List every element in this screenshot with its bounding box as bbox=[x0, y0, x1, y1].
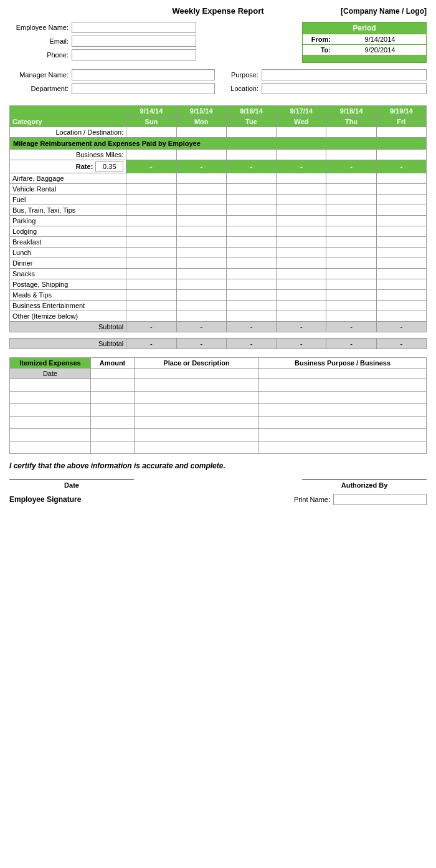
table-row: Other (Itemize below) bbox=[10, 311, 427, 322]
subtotal-label-1: Subtotal bbox=[10, 322, 126, 332]
email-label: Email: bbox=[9, 37, 72, 45]
location-input[interactable] bbox=[262, 83, 427, 94]
manager-name-input[interactable] bbox=[72, 69, 215, 80]
category-dinner: Dinner bbox=[10, 258, 126, 269]
list-item bbox=[10, 429, 427, 441]
print-name-input[interactable] bbox=[333, 494, 427, 505]
category-parking: Parking bbox=[10, 216, 126, 226]
table-row: Fuel bbox=[10, 195, 427, 205]
category-postage: Postage, Shipping bbox=[10, 279, 126, 290]
purpose-input[interactable] bbox=[262, 69, 427, 80]
page-title: Weekly Expense Report bbox=[121, 6, 315, 16]
category-airfare: Airfare, Baggage bbox=[10, 173, 126, 184]
category-other: Other (Itemize below) bbox=[10, 311, 126, 322]
location-destination-label: Location / Destination: bbox=[10, 127, 126, 138]
date-column-label: Date bbox=[10, 369, 91, 379]
phone-label: Phone: bbox=[9, 51, 72, 59]
table-row: Breakfast bbox=[10, 237, 427, 248]
email-input[interactable] bbox=[72, 36, 196, 47]
rate-mon: - bbox=[176, 160, 226, 173]
location-tue[interactable] bbox=[226, 127, 276, 138]
table-row: Snacks bbox=[10, 269, 427, 279]
rate-input[interactable] bbox=[95, 162, 123, 171]
company-name: [Company Name / Logo] bbox=[315, 7, 427, 16]
category-biz-entertainment: Business Entertainment bbox=[10, 301, 126, 311]
date-mon: 9/15/14 bbox=[176, 106, 226, 117]
phone-input[interactable] bbox=[72, 49, 196, 60]
date-wed: 9/17/14 bbox=[277, 106, 326, 117]
business-miles-mon[interactable] bbox=[176, 150, 226, 160]
business-miles-thu[interactable] bbox=[326, 150, 376, 160]
category-bus: Bus, Train, Taxi, Tips bbox=[10, 205, 126, 216]
category-snacks: Snacks bbox=[10, 269, 126, 279]
category-header: Category bbox=[10, 106, 126, 127]
period-from-label: From: bbox=[303, 34, 334, 44]
period-from-value: 9/14/2014 bbox=[334, 34, 426, 44]
employee-name-label: Employee Name: bbox=[9, 24, 72, 31]
location-mon[interactable] bbox=[176, 127, 226, 138]
location-wed[interactable] bbox=[277, 127, 326, 138]
table-row: Lunch bbox=[10, 248, 427, 258]
date-tue: 9/16/14 bbox=[226, 106, 276, 117]
subtotal-fri-2: - bbox=[376, 339, 426, 349]
employee-signature-label: Employee Signature bbox=[9, 495, 81, 504]
place-header: Place or Description bbox=[135, 358, 259, 369]
business-miles-wed[interactable] bbox=[277, 150, 326, 160]
subtotal-thu-1: - bbox=[326, 322, 376, 332]
authorized-sig-line bbox=[302, 480, 427, 480]
category-fuel: Fuel bbox=[10, 195, 126, 205]
location-thu[interactable] bbox=[326, 127, 376, 138]
date-sig-line bbox=[9, 480, 134, 480]
business-miles-fri[interactable] bbox=[376, 150, 426, 160]
table-row: Meals & Tips bbox=[10, 290, 427, 301]
day-thu: Thu bbox=[326, 117, 376, 127]
subtotal-label-2: Subtotal bbox=[10, 339, 126, 349]
table-row: Dinner bbox=[10, 258, 427, 269]
purpose-label: Purpose: bbox=[221, 71, 262, 79]
table-row: Business Entertainment bbox=[10, 301, 427, 311]
subtotal-mon-2: - bbox=[176, 339, 226, 349]
location-fri[interactable] bbox=[376, 127, 426, 138]
location-sun[interactable] bbox=[126, 127, 176, 138]
subtotal-sun-1: - bbox=[126, 322, 176, 332]
day-fri: Fri bbox=[376, 117, 426, 127]
rate-thu: - bbox=[326, 160, 376, 173]
period-to-value: 9/20/2014 bbox=[334, 45, 426, 55]
period-header: Period bbox=[303, 22, 426, 34]
rate-label: Rate: bbox=[76, 163, 93, 170]
table-row: Vehicle Rental bbox=[10, 184, 427, 195]
category-lodging: Lodging bbox=[10, 226, 126, 237]
mileage-section-header: Mileage Reimbursement and Expenses Paid … bbox=[10, 138, 427, 150]
location-label: Location: bbox=[221, 85, 262, 92]
table-row: Postage, Shipping bbox=[10, 279, 427, 290]
business-miles-tue[interactable] bbox=[226, 150, 276, 160]
business-miles-label: Business Miles: bbox=[10, 150, 126, 160]
department-label: Department: bbox=[9, 85, 72, 92]
amount-header: Amount bbox=[91, 358, 135, 369]
rate-sun: - bbox=[126, 160, 176, 173]
day-wed: Wed bbox=[277, 117, 326, 127]
rate-tue: - bbox=[226, 160, 276, 173]
list-item bbox=[10, 417, 427, 429]
day-tue: Tue bbox=[226, 117, 276, 127]
subtotal-wed-1: - bbox=[277, 322, 326, 332]
authorized-sig-label: Authorized By bbox=[302, 481, 427, 489]
print-name-label: Print Name: bbox=[294, 496, 330, 503]
table-row: Lodging bbox=[10, 226, 427, 237]
category-lunch: Lunch bbox=[10, 248, 126, 258]
list-item bbox=[10, 379, 427, 392]
day-sun: Sun bbox=[126, 117, 176, 127]
period-to-label: To: bbox=[303, 45, 334, 55]
table-row: Airfare, Baggage bbox=[10, 173, 427, 184]
itemized-header: Itemized Expenses bbox=[10, 358, 91, 369]
department-input[interactable] bbox=[72, 83, 215, 94]
table-row: Parking bbox=[10, 216, 427, 226]
business-miles-sun[interactable] bbox=[126, 150, 176, 160]
employee-name-input[interactable] bbox=[72, 22, 196, 33]
date-sun: 9/14/14 bbox=[126, 106, 176, 117]
subtotal-sun-2: - bbox=[126, 339, 176, 349]
subtotal-thu-2: - bbox=[326, 339, 376, 349]
date-sig-label: Date bbox=[9, 481, 134, 489]
rate-wed: - bbox=[277, 160, 326, 173]
list-item bbox=[10, 441, 427, 454]
